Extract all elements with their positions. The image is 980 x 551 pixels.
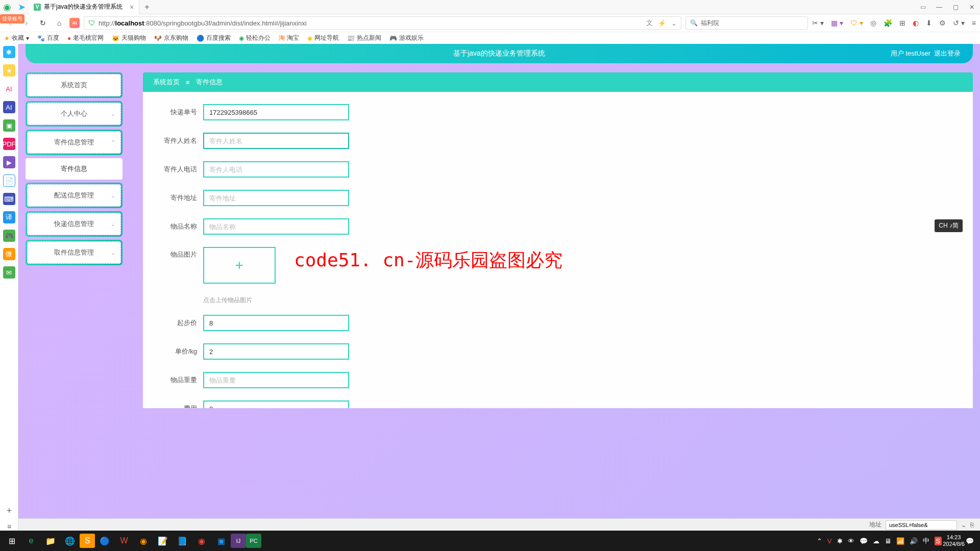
flash-icon[interactable]: ⚡ [658, 19, 666, 27]
nav-pickup-mgmt[interactable]: 取件信息管理⌄ [26, 240, 122, 265]
nav-send-mgmt[interactable]: 寄件信息管理⌃ [26, 130, 122, 155]
taskbar-explorer[interactable]: 📁 [41, 532, 60, 550]
minimize-button[interactable]: — [931, 0, 947, 14]
bookmark-laomaotao[interactable]: ●老毛桃官网 [67, 34, 104, 42]
copy-icon[interactable]: ⎘ [970, 521, 974, 529]
start-button[interactable]: ⊞ [2, 532, 21, 550]
ime-badge[interactable]: CH ♪简 [935, 219, 963, 232]
gear-icon[interactable]: ⚙ [939, 19, 946, 27]
sidebar-icon-5[interactable]: ▣ [3, 119, 15, 132]
close-window-button[interactable]: ✕ [964, 0, 980, 14]
taskbar-notepad[interactable]: 📝 [153, 532, 173, 550]
clock[interactable]: 14:23 2024/8/6 [943, 534, 965, 547]
bookmark-baidu-search[interactable]: 🔵百度搜索 [197, 34, 231, 42]
taskbar-app2[interactable]: 📘 [173, 532, 192, 550]
weight-input[interactable] [203, 372, 349, 388]
tray-wechat-icon[interactable]: 💬 [860, 537, 868, 545]
tray-volume-icon[interactable]: 🔊 [910, 537, 918, 545]
add-sidebar-button[interactable]: + [7, 506, 12, 516]
upload-button[interactable]: + [203, 247, 276, 284]
grid-purple-icon[interactable]: ▦ ▾ [831, 19, 843, 27]
tray-monitor-icon[interactable]: 🖥 [885, 537, 891, 545]
tray-eye-icon[interactable]: 👁 [848, 537, 854, 545]
tray-wifi-icon[interactable]: 📶 [896, 537, 904, 545]
refresh-icon[interactable]: ↺ ▾ [953, 19, 965, 27]
taskbar-idea[interactable]: IJ [231, 534, 246, 548]
close-tab-icon[interactable]: × [130, 3, 134, 11]
sidebar-icon-2[interactable]: ★ [3, 64, 15, 77]
nav-express-mgmt[interactable]: 快递信息管理⌄ [26, 211, 122, 237]
addr-input[interactable] [886, 520, 957, 530]
fee-input[interactable] [203, 400, 349, 408]
sidebar-icon-4[interactable]: AI [3, 101, 15, 113]
logout-link[interactable]: 退出登录 [934, 49, 961, 57]
circle-icon[interactable]: ◐ [913, 19, 919, 27]
tray-cloud-icon[interactable]: ☁ [873, 537, 879, 545]
browser-tab[interactable]: V 基于java的快递业务管理系统 × [29, 0, 139, 14]
chevron-down-icon[interactable]: ⌄ [961, 521, 966, 529]
taskbar-app3[interactable]: ◉ [192, 532, 211, 550]
sidebar-icon-6[interactable]: PDF [3, 138, 15, 150]
tray-s-icon[interactable]: S [935, 537, 942, 545]
reload-button[interactable]: ↻ [37, 17, 49, 29]
tracking-input[interactable] [203, 104, 349, 120]
sidebar-icon-11[interactable]: 🎮 [3, 230, 15, 242]
bookmark-games[interactable]: 🎮游戏娱乐 [389, 34, 424, 42]
login-badge[interactable]: 登录账号 [0, 14, 24, 23]
breadcrumb-home[interactable]: 系统首页 [153, 78, 180, 87]
bookmark-jd[interactable]: 🐶京东购物 [154, 34, 188, 42]
nav-delivery-mgmt[interactable]: 配送信息管理⌄ [26, 183, 122, 208]
extensions-icon[interactable]: 🧩 [884, 19, 892, 27]
sidebar-icon-7[interactable]: ▶ [3, 156, 15, 168]
taskbar-sublime[interactable]: S [80, 534, 95, 548]
apps-icon[interactable]: ⊞ [899, 19, 905, 27]
pip-icon[interactable]: ▭ [915, 0, 931, 14]
taskbar-pycharm[interactable]: PC [246, 534, 261, 548]
sidebar-icon-8[interactable]: 📄 [3, 174, 15, 187]
taskbar-app1[interactable]: ◉ [134, 532, 153, 550]
favorites-button[interactable]: ★收藏 ▾ [4, 34, 29, 42]
shield-orange-icon[interactable]: 🛡 ▾ [850, 19, 863, 27]
sender-name-input[interactable] [203, 133, 349, 149]
nav-send-info[interactable]: 寄件信息 [26, 158, 122, 180]
telegram-icon[interactable]: ➤ [14, 0, 29, 14]
new-tab-button[interactable]: + [139, 3, 154, 12]
ai-badge-icon[interactable]: AI [69, 18, 80, 28]
url-bar[interactable]: 🛡 http://localhost:8080/springbootgbu3f/… [84, 16, 681, 30]
sidebar-icon-10[interactable]: 译 [3, 211, 15, 223]
bookmark-baidu[interactable]: 🐾百度 [37, 34, 59, 42]
target-icon[interactable]: ◎ [870, 19, 876, 27]
search-box[interactable]: 🔍 福利院 [685, 16, 808, 30]
sidebar-icon-13[interactable]: ✉ [3, 266, 15, 279]
taskbar-wps[interactable]: W [114, 532, 134, 550]
sidebar-menu-button[interactable]: ≡ [7, 522, 11, 531]
home-button[interactable]: ⌂ [53, 17, 65, 29]
taskbar-chrome[interactable]: 🌐 [60, 532, 80, 550]
nav-home[interactable]: 系统首页 [26, 72, 122, 98]
tray-up-icon[interactable]: ⌃ [817, 537, 822, 545]
bookmark-taobao[interactable]: 淘淘宝 [279, 34, 299, 42]
sidebar-icon-3[interactable]: AI [3, 83, 15, 95]
taskbar-edge[interactable]: 🔵 [95, 532, 114, 550]
nav-personal[interactable]: 个人中心⌄ [26, 101, 122, 127]
tray-gear-icon[interactable]: ✱ [837, 537, 843, 545]
chevron-down-icon[interactable]: ⌄ [671, 19, 677, 27]
sender-phone-input[interactable] [203, 161, 349, 178]
bookmark-news[interactable]: 📰热点新闻 [347, 34, 381, 42]
bookmark-nav[interactable]: ◉网址导航 [307, 34, 339, 42]
tray-ime-icon[interactable]: 中 [923, 536, 929, 545]
download-icon[interactable]: ⬇ [926, 19, 932, 27]
taskbar-360[interactable]: e [21, 532, 41, 550]
bookmark-tmall[interactable]: 🐱天猫购物 [112, 34, 146, 42]
taskbar-app4[interactable]: ▣ [211, 532, 231, 550]
item-name-input[interactable] [203, 218, 349, 235]
sidebar-icon-12[interactable]: 微 [3, 248, 15, 260]
maximize-button[interactable]: ▢ [947, 0, 964, 14]
base-price-input[interactable] [203, 315, 349, 331]
tray-v-icon[interactable]: V [827, 537, 832, 545]
scissors-icon[interactable]: ✂ ▾ [812, 19, 824, 27]
bookmark-office[interactable]: ◉轻松办公 [239, 34, 271, 42]
sender-addr-input[interactable] [203, 190, 349, 206]
unit-price-input[interactable] [203, 343, 349, 360]
translate-icon[interactable]: 文 [646, 18, 653, 28]
